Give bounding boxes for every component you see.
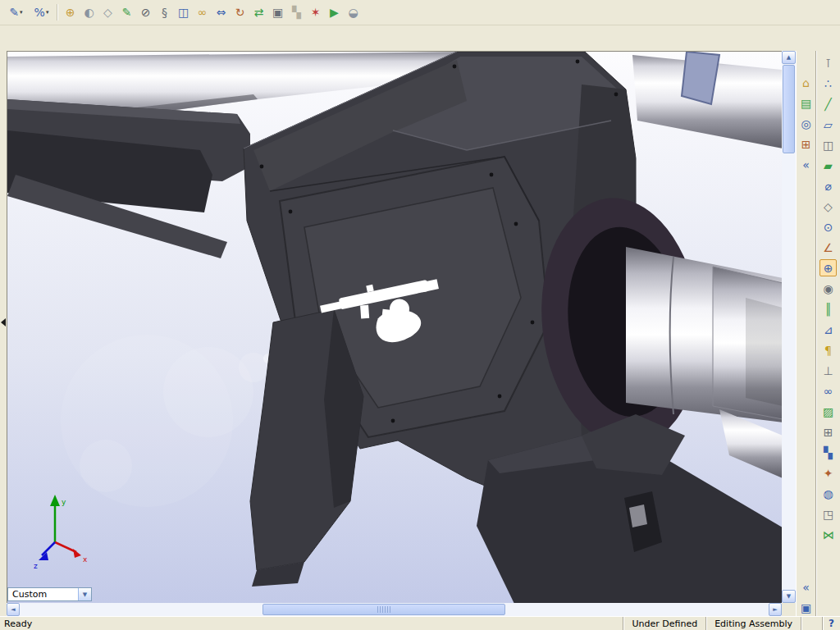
- solidworks-resources-glyph: ⌂: [802, 77, 810, 89]
- scroll-right-icon[interactable]: ►: [769, 603, 782, 616]
- rotate-component-icon[interactable]: ↻: [231, 3, 249, 22]
- filter-reference-curves-icon[interactable]: ⋈: [819, 526, 837, 543]
- filter-annotations-icon[interactable]: ¶: [819, 341, 837, 358]
- solidworks-resources-icon[interactable]: ⌂: [797, 74, 815, 91]
- scroll-left-icon[interactable]: ◄: [7, 603, 20, 616]
- filter-center-marks-icon[interactable]: ◉: [819, 280, 837, 297]
- hide-show-components-glyph: ◐: [84, 7, 94, 18]
- vertical-scrollbar[interactable]: ▲ ▼: [782, 51, 796, 603]
- selection-filter-group: ⊺∴╱▱◫▰⌀◇⊙∠⊕◉║⊿¶⊥∞▨⊞▚✦◍◳⋈: [819, 54, 837, 543]
- filter-datums-glyph: ⊥: [823, 365, 833, 377]
- smart-fasteners-icon[interactable]: §: [155, 3, 174, 22]
- assembly-transparency-icon[interactable]: ◒: [344, 3, 363, 22]
- filter-hatches-icon[interactable]: ▚: [819, 444, 837, 461]
- filter-datums-icon[interactable]: ⊥: [819, 362, 837, 379]
- mirror-components-icon[interactable]: ◫: [174, 3, 193, 22]
- chevron-down-icon[interactable]: ▼: [78, 588, 91, 600]
- interference-detection-icon: ▚: [287, 3, 306, 22]
- smart-dimension-icon[interactable]: %▾: [29, 3, 54, 22]
- filter-midpoints-icon[interactable]: ⊕: [819, 259, 837, 276]
- file-explorer-glyph: ◎: [801, 118, 810, 130]
- 3d-scene[interactable]: y x z: [7, 52, 782, 603]
- view-orientation-combo[interactable]: Custom ▼: [7, 587, 92, 601]
- filter-edges-glyph: ╱: [824, 98, 831, 110]
- no-external-references-glyph: ⊘: [141, 7, 151, 18]
- collapse-lower-pane-glyph: «: [802, 582, 810, 593]
- simulation-glyph: ▶: [330, 7, 339, 18]
- filter-dimensions-icon[interactable]: ⊿: [819, 321, 837, 338]
- filter-hatches-glyph: ▚: [824, 447, 833, 459]
- filter-surface-bodies-icon[interactable]: ◫: [819, 136, 837, 153]
- filter-center-marks-glyph: ◉: [823, 283, 833, 294]
- scroll-up-icon[interactable]: ▲: [782, 51, 796, 64]
- no-external-references-icon[interactable]: ⊘: [136, 3, 155, 22]
- design-library-icon[interactable]: ▤: [797, 94, 815, 112]
- filter-sketch-segments-icon[interactable]: ∠: [819, 239, 837, 256]
- filter-vertices-icon[interactable]: ∴: [819, 75, 837, 92]
- graphics-area[interactable]: y x z: [7, 51, 782, 603]
- filter-edges-icon[interactable]: ╱: [819, 95, 837, 112]
- horizontal-scrollbar[interactable]: ◄ ►: [7, 603, 782, 616]
- move-component-icon[interactable]: ⇔: [212, 3, 231, 22]
- help-icon[interactable]: ?: [822, 617, 840, 630]
- horizontal-scroll-thumb[interactable]: [262, 604, 505, 615]
- interference-detection-glyph: ▚: [292, 7, 301, 18]
- filter-cosmetic-threads-icon[interactable]: ▨: [819, 403, 837, 420]
- filter-centerlines-icon[interactable]: ║: [819, 300, 837, 317]
- svg-text:x: x: [83, 555, 88, 564]
- filter-sketch-points-glyph: ⊙: [824, 221, 833, 233]
- hide-show-components-icon[interactable]: ◐: [80, 3, 98, 22]
- filter-midpoints-glyph: ⊕: [824, 262, 833, 274]
- filter-annotations-glyph: ¶: [824, 345, 832, 356]
- collapse-lower-pane-icon[interactable]: «: [797, 578, 815, 596]
- edit-component-icon[interactable]: ✎: [117, 3, 136, 22]
- filter-solid-bodies-icon[interactable]: ▰: [819, 157, 837, 174]
- exploded-view-glyph: ✶: [311, 7, 321, 18]
- chevron-down-icon[interactable]: ▾: [20, 9, 23, 16]
- filter-blocks-glyph: ⊞: [824, 427, 833, 438]
- sketch-icon[interactable]: ✎▾: [3, 3, 29, 22]
- filter-coordinate-systems-icon[interactable]: ◳: [819, 505, 837, 523]
- filter-planes-icon[interactable]: ◇: [819, 198, 837, 215]
- document-properties-icon[interactable]: ▣: [797, 599, 815, 616]
- status-message: Ready: [0, 619, 623, 629]
- filter-toggle-icon[interactable]: ⊺: [819, 54, 837, 71]
- view-palette-glyph: ⊞: [801, 139, 811, 150]
- file-explorer-icon[interactable]: ◎: [797, 115, 815, 132]
- filter-faces-icon[interactable]: ▱: [819, 116, 837, 133]
- status-editing-mode: Editing Assembly: [705, 617, 801, 630]
- toolbar-assembly: ✎▾%▾⊕◐◇✎⊘§◫∞⇔↻⇄▣▚✶▶◒: [0, 0, 840, 25]
- featuremanager-splitter-icon[interactable]: [1, 318, 6, 326]
- mate-icon[interactable]: ∞: [193, 3, 212, 22]
- exploded-view-icon[interactable]: ✶: [306, 3, 325, 22]
- filter-axes-icon[interactable]: ⌀: [819, 177, 837, 194]
- replace-components-icon[interactable]: ⇄: [249, 3, 268, 22]
- filter-weld-beads-icon[interactable]: ∞: [819, 382, 837, 399]
- vertical-scroll-thumb[interactable]: [783, 65, 795, 153]
- change-suppression-icon[interactable]: ◇: [98, 3, 117, 22]
- filter-connection-points-icon[interactable]: ✦: [819, 464, 837, 482]
- task-pane-tabs: ⌂▤◎⊞«: [797, 74, 815, 173]
- move-component-glyph: ⇔: [217, 7, 226, 18]
- selection-filter-toolbar: ⊺∴╱▱◫▰⌀◇⊙∠⊕◉║⊿¶⊥∞▨⊞▚✦◍◳⋈: [815, 51, 840, 616]
- smart-fasteners-glyph: §: [162, 7, 167, 18]
- filter-sketch-points-icon[interactable]: ⊙: [819, 218, 837, 235]
- scroll-down-icon[interactable]: ▼: [782, 590, 796, 603]
- task-pane-lower-tabs: «▣: [797, 578, 815, 616]
- sketch-glyph: ✎: [9, 7, 19, 18]
- snapshot-icon[interactable]: ▣: [268, 3, 287, 22]
- collapse-task-pane-glyph: «: [802, 159, 810, 171]
- insert-components-icon[interactable]: ⊕: [61, 3, 80, 22]
- simulation-icon[interactable]: ▶: [325, 3, 344, 22]
- filter-blocks-icon[interactable]: ⊞: [819, 423, 837, 441]
- filter-dimensions-glyph: ⊿: [824, 324, 833, 336]
- collapse-task-pane-icon[interactable]: «: [797, 156, 815, 173]
- filter-sketch-segments-glyph: ∠: [823, 242, 833, 253]
- chevron-down-icon[interactable]: ▾: [46, 9, 49, 16]
- view-palette-icon[interactable]: ⊞: [797, 135, 815, 153]
- filter-routing-points-icon[interactable]: ◍: [819, 485, 837, 502]
- filter-vertices-glyph: ∴: [824, 78, 832, 89]
- mate-glyph: ∞: [198, 7, 208, 18]
- toolbar-group-assembly: ✎▾%▾⊕◐◇✎⊘§◫∞⇔↻⇄▣▚✶▶◒: [3, 3, 363, 22]
- filter-connection-points-glyph: ✦: [824, 468, 833, 479]
